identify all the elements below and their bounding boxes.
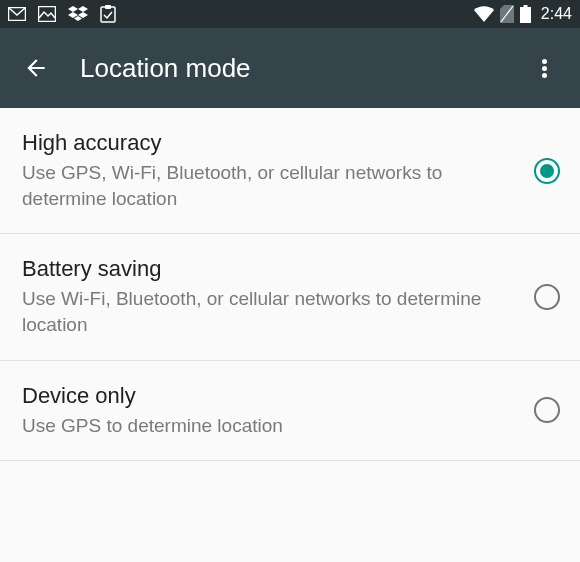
no-sim-icon [500,5,514,23]
gmail-icon [8,7,26,21]
svg-rect-2 [101,7,115,22]
status-time: 2:44 [541,5,572,23]
option-desc: Use Wi-Fi, Bluetooth, or cellular networ… [22,286,514,337]
battery-icon [520,5,531,23]
options-list: High accuracy Use GPS, Wi-Fi, Bluetooth,… [0,108,580,461]
status-bar: 2:44 [0,0,580,28]
option-desc: Use GPS to determine location [22,413,514,439]
wifi-icon [474,6,494,22]
option-title: Battery saving [22,256,514,282]
option-title: Device only [22,383,514,409]
back-button[interactable] [16,48,56,88]
overflow-menu-button[interactable] [524,48,564,88]
svg-rect-5 [523,5,527,7]
dropbox-icon [68,6,88,22]
radio-button[interactable] [534,397,560,423]
option-desc: Use GPS, Wi-Fi, Bluetooth, or cellular n… [22,160,514,211]
svg-rect-3 [105,5,111,9]
app-bar: Location mode [0,28,580,108]
option-battery-saving[interactable]: Battery saving Use Wi-Fi, Bluetooth, or … [0,234,580,360]
radio-button[interactable] [534,158,560,184]
option-device-only[interactable]: Device only Use GPS to determine locatio… [0,361,580,462]
radio-button[interactable] [534,284,560,310]
option-title: High accuracy [22,130,514,156]
svg-rect-6 [520,7,531,23]
image-icon [38,6,56,22]
clipboard-icon [100,5,116,23]
option-high-accuracy[interactable]: High accuracy Use GPS, Wi-Fi, Bluetooth,… [0,108,580,234]
page-title: Location mode [80,53,251,84]
